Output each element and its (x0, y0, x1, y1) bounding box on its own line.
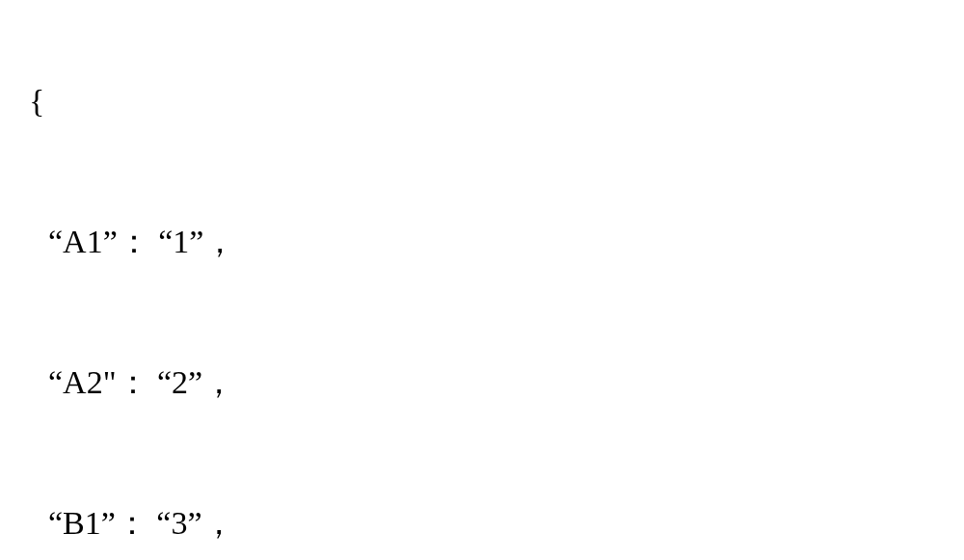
comma: ， (203, 224, 236, 259)
value: “2” (157, 364, 202, 400)
code-line: “B1”： “3”， (29, 507, 935, 540)
key: “A2" (48, 364, 117, 400)
key: “B1” (48, 505, 116, 541)
code-line: “A2"： “2”， (29, 366, 935, 399)
separator: ： (118, 224, 150, 259)
value: “1” (158, 224, 203, 259)
code-snippet: { “A1”： “1”， “A2"： “2”， “B1”： “3”， “time… (29, 19, 935, 560)
comma: ， (202, 364, 235, 400)
separator: ： (117, 364, 149, 400)
value: “3” (156, 505, 201, 541)
key: “A1” (48, 224, 118, 259)
comma: ， (202, 505, 235, 541)
open-brace: { (29, 85, 935, 118)
separator: ： (116, 505, 148, 541)
code-line: “A1”： “1”， (29, 226, 935, 258)
